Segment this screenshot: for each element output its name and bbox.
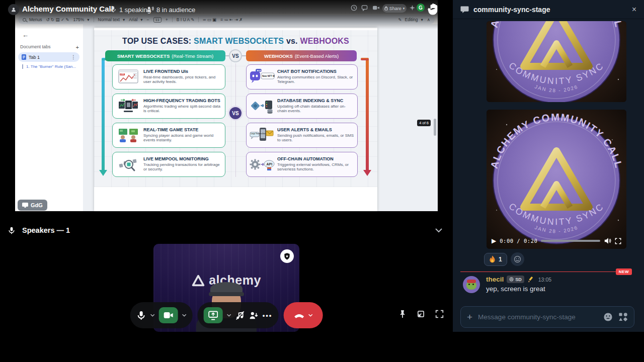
vs-badge-middle: VS [228, 106, 243, 121]
stage-channel-icon [8, 4, 19, 15]
new-messages-divider: NEW [460, 272, 632, 272]
phone-down-icon [293, 313, 304, 318]
outline-item[interactable]: 1. The "Burner" Rule (San... [22, 64, 78, 69]
add-tab-button[interactable]: + [76, 44, 79, 50]
usecase-card-game-state: REAL-TIME GAME STATESyncing player actio… [112, 123, 225, 148]
mic-options-chevron[interactable] [150, 314, 155, 317]
reactions-row: 1 [484, 252, 524, 266]
server-tag-badge[interactable]: SD [507, 276, 524, 283]
apps-gift-icon[interactable] [618, 312, 628, 322]
back-arrow-icon[interactable]: ← [22, 31, 29, 39]
video-controls: ▶ 0:00 / 0:20 [487, 235, 626, 247]
camera-button[interactable] [159, 307, 178, 323]
vs-badge-top: VS [229, 49, 242, 62]
websockets-header-pill: SMART WEBSOCKETS(Real-Time Stream) [105, 50, 225, 61]
pin-icon[interactable] [398, 310, 407, 319]
more-options-button[interactable]: ••• [263, 312, 273, 319]
play-button[interactable]: ▶ [492, 237, 496, 244]
cube-database-icon [249, 95, 275, 117]
usecase-card-live-frontend: LIVE LIVE FRONTEND UIsReal-time dashboar… [112, 64, 225, 89]
close-icon[interactable]: × [632, 6, 636, 14]
attach-plus-icon[interactable]: + [467, 312, 472, 323]
trading-monitors-icon [115, 95, 141, 117]
video-progress-bar[interactable] [541, 240, 600, 242]
presenter-tag: GdG [18, 200, 47, 211]
fire-reaction-pill[interactable]: 1 [484, 253, 507, 266]
document-page: TOP USE CASES: SMART WEBSOCKETS vs. WEBH… [94, 28, 377, 211]
chat-bubble-icon [460, 6, 469, 14]
docs-sidebar: ← Document tabs + Tab 1 ⋮ 1. The "Burner… [15, 24, 83, 211]
usecase-card-automation: API OFF-CHAIN AUTOMATIONTriggering exter… [246, 152, 358, 177]
coin-image-attachment[interactable] [487, 21, 626, 102]
lock-icon [384, 6, 388, 11]
audience-count: 8 in audience [156, 6, 195, 14]
usecase-card-mempool: LIVE MEMPOOL MONITORINGTracking pending … [112, 152, 225, 177]
discord-bot-icon: BOTNew NFT Minted! [249, 66, 275, 88]
alchemy-triangle-icon [192, 275, 205, 287]
audience-icon [146, 6, 154, 13]
version-history-icon[interactable] [351, 5, 357, 11]
document-tabs-label: Document tabs [20, 44, 51, 50]
speakers-section-header[interactable]: Speakers — 1 [0, 222, 453, 239]
tag-emoji-icon [509, 277, 514, 282]
stage-moderator-badge [280, 249, 294, 263]
reaction-count: 1 [499, 256, 502, 263]
tab-menu-icon[interactable]: ⋮ [71, 54, 76, 60]
fire-emoji-icon [489, 255, 496, 263]
screenshare-options-chevron[interactable] [227, 314, 231, 317]
svg-text:New NFT Minted!: New NFT Minted! [262, 75, 275, 77]
speakers-label: Speakers — 1 [22, 226, 70, 234]
account-avatar[interactable]: G [417, 4, 425, 12]
message-composer[interactable]: + [460, 306, 634, 328]
usecase-card-database: DATABASE INDEXING & SYNCUpdating off-cha… [246, 94, 358, 119]
camera-options-chevron[interactable] [182, 314, 187, 317]
meet-icon[interactable] [372, 5, 380, 11]
message-author[interactable]: thecil [486, 276, 504, 283]
message-input[interactable] [478, 313, 598, 321]
soundboard-button[interactable] [235, 311, 245, 320]
browser-chart-icon: LIVE [115, 66, 141, 88]
fullscreen-icon[interactable] [435, 310, 444, 319]
avatar[interactable] [463, 276, 480, 293]
page-indicator-badge: 4 of 6 [417, 120, 431, 126]
chevron-down-icon[interactable] [435, 228, 443, 233]
mute-button[interactable] [136, 310, 146, 321]
speaker-cap-brim [209, 292, 244, 296]
popout-icon[interactable] [417, 310, 425, 319]
message-header: thecil SD 13:05 [486, 276, 551, 283]
disconnect-button[interactable] [283, 302, 323, 328]
emoji-picker-icon[interactable] [603, 312, 613, 322]
screenshare-google-docs: Websockets vs Webhooks ☆ Menus ↺ ↻ ▤ ✓ ✎… [15, 0, 438, 211]
usecase-card-chatbot: BOTNew NFT Minted! CHAT BOT NOTIFICATION… [246, 64, 358, 89]
add-reaction-button[interactable] [511, 252, 524, 266]
video-timestamp: 0:00 / 0:20 [500, 238, 537, 244]
comments-icon[interactable] [361, 5, 368, 11]
share-tools-group: ••• [198, 302, 279, 328]
video-fullscreen-icon[interactable] [615, 238, 621, 244]
docs-scrollbar[interactable] [434, 119, 436, 136]
call-title: Alchemy Community Call [22, 5, 113, 13]
screenshare-button[interactable] [204, 307, 223, 323]
tab-1-item[interactable]: Tab 1 ⋮ [18, 52, 79, 62]
activities-button[interactable] [249, 311, 259, 320]
usecase-card-alerts: Large Transfer Detected! USER ALERTS & E… [246, 123, 358, 148]
infographic: TOP USE CASES: SMART WEBSOCKETS vs. WEBH… [94, 30, 377, 187]
channel-name: community-sync-stage [473, 6, 550, 14]
pencil-emoji-icon [527, 276, 534, 283]
screen-icon [22, 203, 28, 208]
message-text: yep, screen is great [486, 285, 545, 293]
doc-icon [22, 54, 26, 60]
webhooks-header-pill: WEBHOOKS(Event-Based Alerts) [246, 50, 357, 61]
svg-text:LIVE: LIVE [120, 73, 124, 75]
usecase-card-trading-bots: HIGH-FREQUENCY TRADING BOTSAlgorithmic t… [112, 94, 225, 119]
share-button[interactable]: Share▾ [382, 4, 407, 13]
webhooks-flow-arrow [366, 58, 369, 174]
disconnect-options-chevron[interactable] [308, 314, 312, 317]
volume-icon[interactable] [604, 237, 611, 244]
coin-video-attachment[interactable]: ▶ 0:00 / 0:20 [487, 110, 626, 249]
chat-header: community-sync-stage × [453, 0, 644, 19]
stream-view-buttons [398, 310, 444, 319]
gear-api-icon: API [249, 153, 275, 175]
phone-mail-icon: Large Transfer Detected! [249, 124, 275, 146]
gemini-sparkle-icon[interactable] [410, 5, 415, 11]
